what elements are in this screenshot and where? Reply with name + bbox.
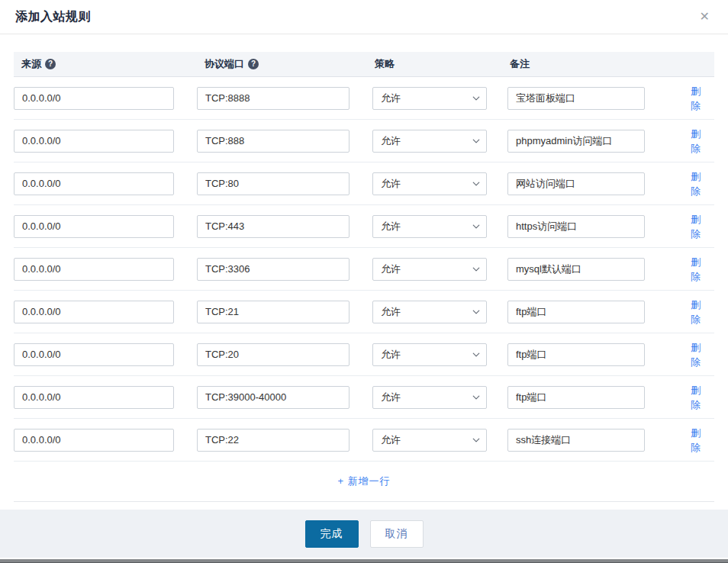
source-cell bbox=[14, 215, 197, 238]
remark-input[interactable] bbox=[507, 429, 645, 452]
policy-cell: 允许 bbox=[372, 215, 507, 238]
rule-row: 允许 删除 bbox=[14, 419, 714, 462]
help-icon[interactable]: ? bbox=[45, 59, 56, 69]
remark-input[interactable] bbox=[507, 386, 645, 409]
protocol-cell bbox=[197, 87, 372, 110]
rule-row: 允许 删除 bbox=[14, 77, 714, 120]
remark-input[interactable] bbox=[507, 343, 645, 366]
protocol-port-input[interactable] bbox=[197, 87, 350, 110]
spacer bbox=[0, 502, 728, 510]
dialog-footer: 完成 取消 bbox=[0, 510, 728, 558]
protocol-cell bbox=[197, 172, 372, 195]
protocol-port-input[interactable] bbox=[197, 130, 350, 153]
source-input[interactable] bbox=[14, 258, 174, 281]
action-cell: 删除 bbox=[683, 340, 714, 369]
remark-cell bbox=[507, 429, 683, 452]
close-icon[interactable]: ✕ bbox=[697, 8, 713, 26]
rule-row: 允许 删除 bbox=[14, 120, 714, 162]
column-header-source-label: 来源 bbox=[21, 57, 41, 71]
protocol-port-input[interactable] bbox=[197, 172, 350, 195]
policy-select[interactable]: 允许 bbox=[372, 87, 487, 110]
protocol-port-input[interactable] bbox=[197, 386, 350, 409]
source-cell bbox=[14, 343, 197, 366]
protocol-port-input[interactable] bbox=[197, 343, 350, 366]
column-header-remark: 备注 bbox=[507, 57, 683, 71]
action-cell: 删除 bbox=[683, 169, 714, 198]
remark-input[interactable] bbox=[507, 215, 645, 238]
remark-cell bbox=[507, 386, 683, 409]
column-header-source: 来源 ? bbox=[14, 57, 197, 71]
source-input[interactable] bbox=[14, 130, 174, 153]
source-cell bbox=[14, 172, 197, 195]
policy-cell: 允许 bbox=[372, 343, 507, 366]
policy-select[interactable]: 允许 bbox=[372, 215, 487, 238]
source-input[interactable] bbox=[14, 215, 174, 238]
window-bottom-edge bbox=[0, 559, 728, 563]
remark-cell bbox=[507, 301, 683, 323]
add-inbound-rule-dialog: 添加入站规则 ✕ 来源 ? 协议端口 ? 策略 备注 bbox=[0, 0, 728, 563]
policy-select[interactable]: 允许 bbox=[372, 343, 487, 366]
policy-select[interactable]: 允许 bbox=[372, 301, 487, 323]
delete-link[interactable]: 删除 bbox=[691, 299, 701, 325]
remark-cell bbox=[507, 258, 683, 281]
policy-select[interactable]: 允许 bbox=[372, 429, 487, 452]
rule-row: 允许 删除 bbox=[14, 333, 714, 376]
action-cell: 删除 bbox=[683, 426, 714, 455]
source-input[interactable] bbox=[14, 301, 174, 323]
remark-cell bbox=[507, 87, 683, 110]
source-input[interactable] bbox=[14, 429, 174, 452]
cancel-button[interactable]: 取消 bbox=[370, 520, 424, 548]
protocol-cell bbox=[197, 386, 372, 409]
source-cell bbox=[14, 87, 197, 110]
protocol-cell bbox=[197, 215, 372, 238]
protocol-port-input[interactable] bbox=[197, 258, 350, 281]
action-cell: 删除 bbox=[683, 127, 714, 156]
column-header-policy: 策略 bbox=[372, 57, 507, 71]
delete-link[interactable]: 删除 bbox=[691, 342, 701, 368]
remark-input[interactable] bbox=[507, 87, 645, 110]
dialog-header: 添加入站规则 ✕ bbox=[0, 0, 728, 34]
policy-select[interactable]: 允许 bbox=[372, 130, 487, 153]
action-cell: 删除 bbox=[683, 212, 714, 241]
policy-cell: 允许 bbox=[372, 87, 507, 110]
add-row-section: + 新增一行 bbox=[14, 462, 714, 502]
protocol-port-input[interactable] bbox=[197, 429, 350, 452]
policy-cell: 允许 bbox=[372, 130, 507, 153]
delete-link[interactable]: 删除 bbox=[691, 128, 701, 154]
policy-select[interactable]: 允许 bbox=[372, 172, 487, 195]
table-body: 允许 删除 bbox=[14, 77, 714, 462]
protocol-port-input[interactable] bbox=[197, 301, 350, 323]
delete-link[interactable]: 删除 bbox=[691, 427, 701, 453]
source-input[interactable] bbox=[14, 172, 174, 195]
add-row-link[interactable]: + 新增一行 bbox=[337, 475, 390, 488]
delete-link[interactable]: 删除 bbox=[691, 171, 701, 197]
source-input[interactable] bbox=[14, 343, 174, 366]
source-input[interactable] bbox=[14, 87, 174, 110]
remark-input[interactable] bbox=[507, 258, 645, 281]
policy-cell: 允许 bbox=[372, 429, 507, 452]
remark-input[interactable] bbox=[507, 301, 645, 323]
remark-input[interactable] bbox=[507, 130, 645, 153]
source-input[interactable] bbox=[14, 386, 174, 409]
source-cell bbox=[14, 258, 197, 281]
confirm-button[interactable]: 完成 bbox=[305, 520, 359, 548]
protocol-cell bbox=[197, 258, 372, 281]
delete-link[interactable]: 删除 bbox=[691, 214, 701, 240]
action-cell: 删除 bbox=[683, 298, 714, 327]
dialog-title: 添加入站规则 bbox=[15, 9, 91, 25]
action-cell: 删除 bbox=[683, 255, 714, 284]
policy-cell: 允许 bbox=[372, 172, 507, 195]
policy-select[interactable]: 允许 bbox=[372, 258, 487, 281]
protocol-port-input[interactable] bbox=[197, 215, 350, 238]
remark-input[interactable] bbox=[507, 172, 645, 195]
delete-link[interactable]: 删除 bbox=[691, 384, 701, 410]
delete-link[interactable]: 删除 bbox=[691, 256, 701, 282]
help-icon[interactable]: ? bbox=[248, 59, 259, 69]
policy-cell: 允许 bbox=[372, 301, 507, 323]
rule-row: 允许 删除 bbox=[14, 205, 714, 248]
rule-row: 允许 删除 bbox=[14, 291, 714, 333]
policy-select[interactable]: 允许 bbox=[372, 386, 487, 409]
remark-cell bbox=[507, 130, 683, 153]
delete-link[interactable]: 删除 bbox=[691, 85, 701, 111]
protocol-cell bbox=[197, 301, 372, 323]
